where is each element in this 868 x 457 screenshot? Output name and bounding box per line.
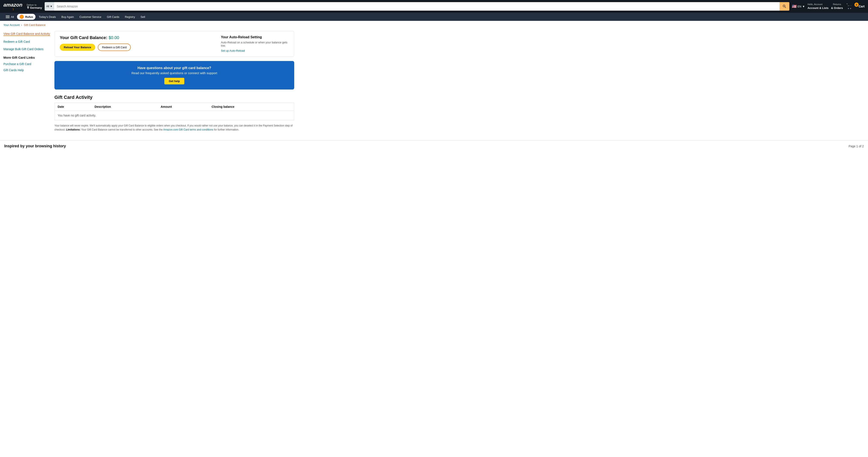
redeem-gift-card-button[interactable]: Redeem a Gift Card [98,43,131,51]
get-help-button[interactable]: Get help [164,78,184,84]
search-category-dropdown[interactable]: All ▼ [44,2,54,11]
balance-amount: $0.00 [108,35,119,40]
balance-left: Your Gift Card Balance: $0.00 Reload You… [60,35,131,51]
auto-reload-desc: Auto-Reload on a schedule or when your b… [221,41,289,47]
no-activity-message: You have no gift card activity. [55,111,294,120]
sidebar-more-links: More Gift Card Links Purchase a Gift Car… [3,56,50,73]
balance-title: Your Gift Card Balance: $0.00 [60,35,131,40]
browsing-history-title: Inspired by your browsing history [4,144,66,148]
header-top: amazon ⤵ Deliver to Germany All ▼ 🇺🇸 EN … [0,0,868,21]
balance-card: Your Gift Card Balance: $0.00 Reload You… [55,31,294,57]
search-icon [782,4,786,8]
rufus-icon [20,15,24,19]
sidebar-item-bulk[interactable]: Manage Bulk Gift Card Orders [3,45,50,52]
amazon-logo[interactable]: amazon ⤵ [3,2,22,11]
content-area: Your Gift Card Balance: $0.00 Reload You… [55,29,294,136]
flag-icon: 🇺🇸 [792,4,797,9]
terms-link[interactable]: Amazon.com Gift Card terms and condition… [163,128,213,131]
main-content: View Gift Card Balance and Activity Rede… [0,29,298,136]
nav-gift-cards[interactable]: Gift Cards [104,13,122,21]
account-menu[interactable]: Hello, Account Account & Lists [807,3,829,10]
help-banner: Have questions about your gift card bala… [55,61,294,90]
cart-count: 0 [855,3,859,7]
col-amount: Amount [158,103,209,111]
activity-table-header: Date Description Amount Closing balance [55,103,294,111]
breadcrumb-parent[interactable]: Your Account [3,23,20,27]
deliver-country: Germany [27,6,42,9]
sidebar: View Gift Card Balance and Activity Rede… [3,29,50,136]
returns-label: Returns [831,3,843,6]
activity-title: Gift Card Activity [55,95,294,100]
sidebar-more-links-title: More Gift Card Links [3,56,50,59]
nav-bar: All Rufus Today's Deals Buy Again Custom… [0,13,868,21]
banner-sub: Read our frequently asked questions or c… [60,71,289,75]
account-greeting: Hello, Account [807,3,829,6]
location-icon [27,6,30,9]
reload-balance-button[interactable]: Reload Your Balance [60,44,95,51]
search-bar: All ▼ [44,2,789,11]
sidebar-primary-nav: View Gift Card Balance and Activity Rede… [3,31,50,52]
cart-label: Cart [859,5,865,8]
rufus-button[interactable]: Rufus [17,14,35,20]
sidebar-item-view-balance[interactable]: View Gift Card Balance and Activity [3,31,50,37]
col-description: Description [92,103,158,111]
language-selector[interactable]: 🇺🇸 EN ▼ [792,4,805,9]
chevron-down-icon: ▼ [802,5,805,8]
col-date: Date [55,103,92,111]
col-closing-balance: Closing balance [209,103,294,111]
nav-buy-again[interactable]: Buy Again [59,13,76,21]
auto-reload-title: Your Auto-Reload Setting [221,35,289,39]
disclaimer: Your balance will never expire. We'll au… [55,124,294,132]
nav-all[interactable]: All [3,13,16,21]
page-info: Page 1 of 2 [848,145,864,148]
footer-strip: Inspired by your browsing history Page 1… [0,140,868,152]
cart[interactable]: 0 Cart [845,3,865,10]
nav-sell[interactable]: Sell [138,13,148,21]
sidebar-item-purchase[interactable]: Purchase a Gift Card [3,61,50,67]
breadcrumb-separator: › [21,23,22,27]
hamburger-icon [6,16,9,18]
nav-todays-deals[interactable]: Today's Deals [36,13,58,21]
table-row: You have no gift card activity. [55,111,294,120]
activity-table: Date Description Amount Closing balance … [55,103,294,120]
chevron-down-icon: ▼ [50,5,53,8]
deliver-to[interactable]: Deliver to Germany [27,4,42,9]
banner-question: Have questions about your gift card bala… [60,66,289,70]
logo-smile: ⤵ [12,8,14,11]
activity-section: Gift Card Activity Date Description Amou… [55,95,294,132]
deliver-label: Deliver to [27,4,36,6]
returns-orders[interactable]: Returns & Orders [831,3,843,10]
balance-right: Your Auto-Reload Setting Auto-Reload on … [221,35,289,52]
account-lists: Account & Lists [807,6,829,10]
breadcrumb-current: Gift Card Balance [24,23,46,27]
search-input[interactable] [54,2,780,11]
orders-label: & Orders [831,6,843,10]
logo-text: amazon [3,2,22,8]
cart-icon [845,3,854,10]
nav-customer-service[interactable]: Customer Service [77,13,103,21]
balance-buttons: Reload Your Balance Redeem a Gift Card [60,43,131,51]
sidebar-item-redeem[interactable]: Redeem a Gift Card [3,37,50,45]
breadcrumb: Your Account › Gift Card Balance [0,21,868,29]
nav-registry[interactable]: Registry [122,13,137,21]
auto-reload-link[interactable]: Set up Auto-Reload [221,49,245,52]
sidebar-item-help[interactable]: Gift Cards Help [3,67,50,73]
search-button[interactable] [780,2,789,11]
